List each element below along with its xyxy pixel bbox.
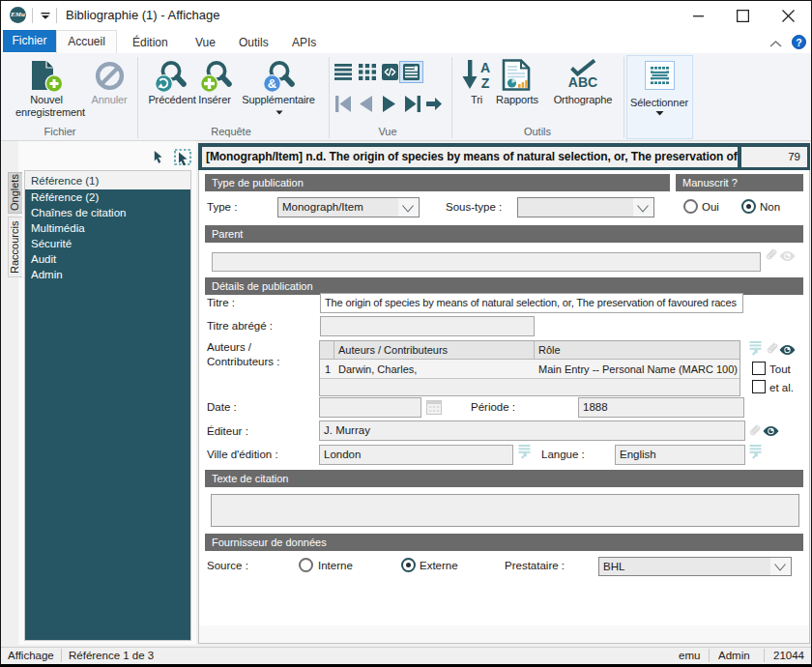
svg-text:&: & <box>268 76 276 91</box>
svg-text:Z: Z <box>481 75 490 90</box>
svg-text:A: A <box>480 60 490 75</box>
